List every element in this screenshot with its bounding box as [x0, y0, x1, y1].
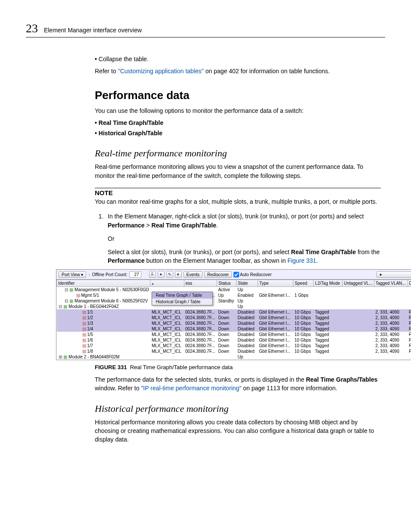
table-row[interactable]: ▤ 1/5MLX_MCT_ICL0024.3880.7F...DownDisab…: [57, 332, 411, 337]
tool-dropdown-icon[interactable]: ▾: [175, 271, 182, 278]
cell-identifier: ▤ 1/7: [57, 343, 150, 348]
auto-rediscover-text: Auto Rediscover: [240, 272, 271, 277]
search-dropdown[interactable]: ▾: [377, 271, 411, 278]
cell: [342, 309, 374, 315]
cell: 0024.3880.7F...: [184, 326, 217, 332]
cell: 10 Gbps: [293, 348, 314, 354]
table-row[interactable]: ▤ 1/2MLX_MCT_ICL0024.3880.7F...DownDisab…: [57, 315, 411, 320]
cell: 0024.3880.7F...: [184, 348, 217, 354]
performance-data-intro: You can use the following options to mon…: [95, 106, 381, 115]
cell: Active: [217, 287, 237, 293]
cell: Up: [237, 304, 258, 309]
col-l2tag[interactable]: L2/Tag Mode: [314, 280, 342, 287]
refer-post: on page 402 for information on table fun…: [204, 68, 330, 75]
cell: Gbit Ethernet I...: [258, 348, 293, 354]
cell: Gbit Ethernet I...: [258, 320, 293, 326]
col-identifier[interactable]: Identifier: [57, 280, 150, 287]
col-tagged[interactable]: Tagged VLAN...: [374, 280, 408, 287]
chart-dropdown-icon[interactable]: ▾: [158, 271, 165, 278]
figure-caption-text: Real Time Graph/Table performance data: [130, 364, 233, 370]
cell: Gbit Ethernet I...: [258, 315, 293, 320]
cell: Tagged: [314, 332, 342, 337]
cell: Disabled: [237, 343, 258, 348]
cell: 2, 333, 4090: [374, 332, 408, 337]
cell: Up: [237, 287, 258, 293]
figure-caption: FIGURE 331 Real Time Graph/Table perform…: [95, 364, 381, 372]
refer-pre: Refer to: [95, 68, 118, 75]
em-toolbar: Port View ▾ ↓ Offline Port Count: 27 ⠿ ▾…: [56, 270, 411, 280]
col-type[interactable]: Type: [258, 280, 293, 287]
table-row[interactable]: ▤ Mgmt 5/10024.3880.7F...UpEnabledGbit E…: [57, 292, 411, 298]
col-status[interactable]: Status: [217, 280, 237, 287]
cell-identifier: ⊞ ▦ Module 2 - BNA0448F02M: [57, 354, 150, 360]
cell: Full-Duplex: [408, 337, 411, 343]
table-row[interactable]: ⊟ ▦ Management Module 6 - N00525F02VStan…: [57, 298, 411, 304]
cell: [217, 354, 237, 360]
customizing-tables-link[interactable]: "Customizing application tables": [118, 68, 204, 75]
cell: Disabled: [237, 337, 258, 343]
cell: MLX_MCT_ICL: [150, 343, 184, 348]
tool-icon[interactable]: ✎: [166, 271, 173, 278]
option-historical-label: Historical Graph/Table: [99, 130, 162, 137]
auto-rediscover-label[interactable]: Auto Rediscover: [234, 272, 271, 277]
cell: [374, 304, 408, 309]
cell: [293, 354, 314, 360]
col-speed[interactable]: Speed: [293, 280, 314, 287]
port-view-button[interactable]: Port View ▾: [59, 271, 86, 278]
chart-icon[interactable]: ⠿: [149, 271, 156, 278]
cell: [314, 354, 342, 360]
after-fig-post: on page 1113 for more information.: [241, 385, 337, 392]
step1-c-pre: Select a slot (or slots), trunk (or trun…: [108, 249, 291, 255]
cell: 10 Gbps: [293, 337, 314, 343]
rediscover-button[interactable]: Rediscover: [204, 271, 232, 278]
ip-realtime-link[interactable]: "IP real-time performance monitoring": [141, 385, 241, 392]
table-row[interactable]: ▤ 1/1MLX_MCT_ICL0024.3880.7F...DownDisab…: [57, 309, 411, 315]
cell: [342, 304, 374, 309]
cell: MLX_MCT_ICL: [150, 337, 184, 343]
cell-identifier: ▤ 1/5: [57, 332, 150, 337]
cell: 2, 333, 4090: [374, 343, 408, 348]
menu-historical-graph[interactable]: Historical Graph / Table: [152, 299, 212, 305]
cell: 0024.3880.7F...: [184, 315, 217, 320]
realtime-intro: Real-time performance monitoring allows …: [95, 162, 381, 180]
table-row[interactable]: ▤ 1/6MLX_MCT_ICL0024.3880.7F...DownDisab…: [57, 337, 411, 343]
table-row[interactable]: ⊞ ▦ Module 2 - BNA0448F02MUp: [57, 354, 411, 360]
cell: Disabled: [237, 315, 258, 320]
col-untagged[interactable]: Untagged VL...: [342, 280, 374, 287]
cell: 10 Gbps: [293, 320, 314, 326]
cell: 0024.3880.7F...: [184, 337, 217, 343]
after-fig-mid: window. Refer to: [95, 385, 141, 392]
col-state[interactable]: State: [237, 280, 258, 287]
col-duplex[interactable]: Duplex Mode: [408, 280, 411, 287]
figure-331-link[interactable]: Figure 331: [287, 257, 316, 264]
option-realtime-label: Real Time Graph/Table: [99, 119, 163, 126]
cell: [342, 298, 374, 304]
cell: Full-Duplex: [408, 348, 411, 354]
cell: [150, 354, 184, 360]
offline-count: 27: [129, 271, 141, 278]
cell: Down: [217, 315, 237, 320]
cell: [342, 315, 374, 320]
cell-identifier: ▤ 1/1: [57, 309, 150, 315]
table-row[interactable]: ▤ 1/7MLX_MCT_ICL0024.3880.7F...DownDisab…: [57, 343, 411, 348]
col-sort[interactable]: ▴ Real Time Graph / Table Historical Gra…: [150, 280, 184, 287]
cell: 10 Gbps: [293, 332, 314, 337]
step1-c-end: .: [316, 257, 318, 264]
events-button[interactable]: Events: [184, 271, 203, 278]
cell: Standby: [217, 298, 237, 304]
cell: Disabled: [237, 320, 258, 326]
element-manager-screenshot: Port View ▾ ↓ Offline Port Count: 27 ⠿ ▾…: [56, 269, 411, 360]
cell: Tagged: [314, 348, 342, 354]
menu-realtime-graph[interactable]: Real Time Graph / Table: [152, 292, 212, 299]
auto-rediscover-checkbox[interactable]: [234, 272, 239, 277]
table-header: Identifier ▴ Real Time Graph / Table His…: [57, 280, 411, 287]
table-row[interactable]: ⊟ ▦ Management Module 5 - N02630F0GDActi…: [57, 287, 411, 293]
col-ess[interactable]: ess: [184, 280, 217, 287]
cell: Gbit Ethernet I...: [258, 292, 293, 298]
historical-paragraph: Historical performance monitoring allows…: [95, 418, 381, 444]
table-row[interactable]: ▤ 1/3MLX_MCT_ICL0024.3880.7F...DownDisab…: [57, 320, 411, 326]
table-row[interactable]: ▤ 1/8MLX_MCT_ICL0024.3880.7F...DownDisab…: [57, 348, 411, 354]
cell: 2, 333, 4090: [374, 315, 408, 320]
table-row[interactable]: ▤ 1/4MLX_MCT_ICL0024.3880.7F...DownDisab…: [57, 326, 411, 332]
table-row[interactable]: ⊟ ▦ Module 1 - BEG0442F04ZUp: [57, 304, 411, 309]
